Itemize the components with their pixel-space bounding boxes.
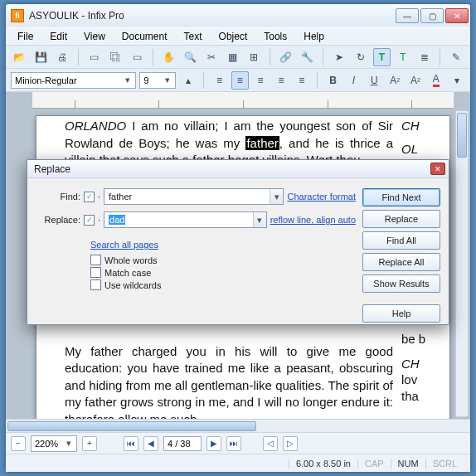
align-full-icon[interactable]: ≡ — [293, 71, 310, 90]
find-value: father — [109, 192, 132, 202]
list-icon[interactable]: ≣ — [415, 48, 434, 66]
font-value: Minion-Regular — [15, 75, 77, 85]
replace-value: dad — [109, 215, 125, 225]
chevron-down-icon[interactable]: ▾ — [253, 212, 266, 227]
next-page-button[interactable]: ▶ — [206, 436, 221, 451]
search-all-pages-link[interactable]: Search all pages — [90, 240, 356, 250]
scrollbar-thumb[interactable] — [7, 421, 256, 431]
prev-page-button[interactable]: ◀ — [143, 436, 158, 451]
nav-bar: − 220%▾ + ⏮ ◀ 4 / 38 ▶ ⏭ ◁ ▷ — [6, 432, 470, 454]
copypage-icon[interactable]: ⿻ — [107, 48, 125, 66]
replace-enabled-checkbox[interactable]: ✓ — [84, 215, 95, 226]
italic-button[interactable]: I — [345, 71, 362, 90]
status-bar: 6.00 x 8.50 in CAP NUM SCRL — [6, 454, 470, 472]
find-all-button[interactable]: Find All — [362, 231, 440, 250]
hand-icon[interactable]: ✋ — [160, 48, 178, 66]
fontsize-value: 9 — [143, 75, 148, 85]
crop-icon[interactable]: ✂ — [202, 48, 221, 66]
character-format-link[interactable]: Character format — [287, 192, 356, 202]
scrl-indicator: SCRL — [425, 459, 464, 469]
menu-bar: File Edit View Document Text Object Tool… — [6, 27, 470, 46]
align-left-icon[interactable]: ≡ — [211, 71, 228, 90]
tools-icon[interactable]: 🔧 — [299, 48, 317, 66]
vertical-scrollbar[interactable] — [455, 110, 469, 417]
rotate-icon[interactable]: ↻ — [352, 48, 370, 66]
menu-file[interactable]: File — [9, 29, 41, 44]
align-justify-icon[interactable]: ≡ — [273, 71, 290, 90]
replace-input[interactable]: dad ▾ — [104, 211, 267, 228]
underline-button[interactable]: U — [366, 71, 383, 90]
nav-back-button[interactable]: ◁ — [263, 436, 278, 451]
save-icon[interactable]: 💾 — [32, 48, 51, 66]
help-button[interactable]: Help — [362, 304, 440, 323]
bold-button[interactable]: B — [324, 71, 342, 90]
toolbar-main: 📂 💾 🖨 ▭ ⿻ ▭ ✋ 🔍 ✂ ▦ ⊞ 🔗 🔧 ➤ ↻ T T ≣ ✎ — [6, 46, 470, 69]
fontsize-stepper[interactable]: ▴ — [179, 71, 197, 90]
toolbar-format: Minion-Regular ▾ 9 ▾ ▴ ≡ ≡ ≡ ≡ ≡ B I U A… — [6, 69, 470, 92]
page-size: 6.00 x 8.50 in — [289, 459, 357, 469]
link-icon[interactable]: 🔗 — [277, 48, 295, 66]
align-right-icon[interactable]: ≡ — [252, 71, 270, 90]
table-icon[interactable]: ▦ — [224, 48, 242, 66]
print-icon[interactable]: 🖨 — [53, 48, 71, 66]
dialog-titlebar[interactable]: Replace ✕ — [27, 160, 449, 178]
close-button[interactable]: ✕ — [445, 8, 469, 23]
menu-help[interactable]: Help — [295, 29, 333, 44]
zoom-out-button[interactable]: − — [11, 436, 26, 451]
show-results-button[interactable]: Show Results — [362, 274, 440, 293]
subscript-button[interactable]: A2 — [407, 71, 425, 90]
menu-tools[interactable]: Tools — [255, 29, 295, 44]
find-next-button[interactable]: Find Next — [362, 188, 440, 206]
maximize-button[interactable]: ▢ — [420, 8, 444, 23]
align-center-icon[interactable]: ≡ — [231, 71, 249, 90]
menu-object[interactable]: Object — [211, 29, 256, 44]
grid-icon[interactable]: ⊞ — [245, 48, 263, 66]
open-icon[interactable]: 📂 — [11, 48, 29, 66]
minimize-button[interactable]: — — [396, 8, 419, 23]
ruler[interactable] — [32, 92, 454, 109]
chevron-down-icon: ▾ — [162, 73, 173, 88]
fontsize-select[interactable]: 9 ▾ — [139, 72, 176, 89]
deletepage-icon[interactable]: ▭ — [128, 48, 146, 66]
chevron-down-icon[interactable]: ▾ — [270, 189, 283, 204]
nav-fwd-button[interactable]: ▷ — [283, 436, 298, 451]
reflow-link[interactable]: reflow line, align auto — [270, 215, 356, 225]
menu-document[interactable]: Document — [114, 29, 176, 44]
match-case-checkbox[interactable] — [90, 267, 101, 278]
textplus-icon[interactable]: T — [394, 48, 412, 66]
find-enabled-checkbox[interactable]: ✓ — [84, 192, 95, 202]
first-page-button[interactable]: ⏮ — [124, 436, 138, 451]
fontcolor-button[interactable]: A — [427, 71, 444, 90]
menu-edit[interactable]: Edit — [41, 29, 75, 44]
find-input[interactable]: father ▾ — [104, 188, 284, 205]
menu-view[interactable]: View — [75, 29, 114, 44]
zoom-select[interactable]: 220%▾ — [31, 435, 77, 452]
page-field[interactable]: 4 / 38 — [163, 436, 202, 451]
replace-dialog: Replace ✕ Find: ✓ · father ▾ Character f… — [27, 159, 449, 325]
dialog-close-button[interactable]: ✕ — [430, 163, 445, 175]
superscript-button[interactable]: A2 — [386, 71, 404, 90]
font-select[interactable]: Minion-Regular ▾ — [11, 72, 136, 89]
replace-button[interactable]: Replace — [362, 210, 440, 228]
num-indicator: NUM — [391, 459, 425, 469]
replace-label: Replace: — [41, 215, 80, 225]
app-icon: fi — [11, 9, 24, 22]
fontcolor-dropdown[interactable]: ▾ — [448, 71, 465, 90]
replace-all-button[interactable]: Replace All — [362, 253, 440, 271]
speaker-name: ORLANDO — [65, 119, 126, 133]
whole-words-checkbox[interactable] — [90, 255, 101, 265]
arrow-icon[interactable]: ➤ — [330, 48, 348, 66]
zoom-icon[interactable]: 🔍 — [181, 48, 199, 66]
search-highlight: father — [245, 136, 279, 150]
zoom-in-button[interactable]: + — [82, 436, 97, 451]
cap-indicator: CAP — [357, 459, 391, 469]
dialog-title: Replace — [34, 163, 70, 175]
scrollbar-thumb[interactable] — [457, 113, 467, 158]
menu-text[interactable]: Text — [176, 29, 211, 44]
texttool-icon[interactable]: T — [373, 48, 391, 66]
last-page-button[interactable]: ⏭ — [226, 436, 241, 451]
horizontal-scrollbar[interactable] — [6, 419, 470, 432]
newpage-icon[interactable]: ▭ — [85, 48, 104, 66]
wildcards-checkbox[interactable] — [90, 279, 101, 290]
eyedropper-icon[interactable]: ✎ — [447, 48, 465, 66]
